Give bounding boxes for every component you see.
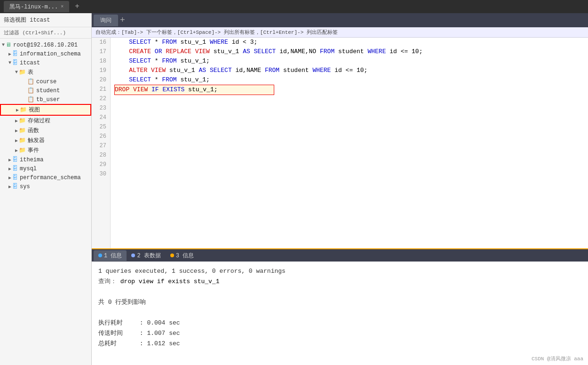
line-numbers: 161718192021222324252627282930 (92, 38, 111, 248)
db-icon: 🗄 (12, 156, 18, 163)
sidebar-item-views_folder[interactable]: ▶📁视图 (0, 104, 91, 116)
result-rows: 共 0 行受到影响 (98, 297, 581, 308)
result-tab-dot-tab2 (131, 254, 135, 257)
sidebar-item-label: itheima (20, 157, 43, 163)
server-icon: 🖥 (6, 41, 11, 48)
line-number-22: 22 (95, 94, 106, 103)
expand-icon: ▶ (15, 138, 18, 143)
result-tab-tab1[interactable]: 1 信息 (94, 250, 127, 261)
result-line-3 (98, 287, 581, 297)
result-line-1: 1 queries executed, 1 success, 0 errors,… (98, 266, 581, 277)
db-icon: 🗄 (12, 59, 18, 66)
view_folder-icon: 📁 (20, 106, 27, 113)
result-summary: 1 queries executed, 1 success, 0 errors,… (98, 268, 286, 275)
sidebar-item-label: 函数 (28, 127, 39, 135)
sidebar-item-mysql[interactable]: ▶🗄mysql (0, 164, 91, 173)
result-tab-tab3[interactable]: 3 信息 (166, 250, 199, 261)
new-query-tab-button[interactable]: + (120, 16, 125, 25)
line-number-23: 23 (95, 103, 106, 113)
sidebar-item-student[interactable]: 📋student (0, 86, 91, 95)
result-total-value: : 1.012 sec (140, 340, 180, 347)
code-line-19[interactable]: CREATE OR REPLACE VIEW stu_v_1 AS SELECT… (114, 47, 584, 56)
result-total-label: 总耗时 (98, 339, 136, 349)
line-number-29: 29 (95, 160, 106, 169)
line-number-27: 27 (95, 141, 106, 151)
result-tab-dot-tab3 (170, 254, 174, 257)
code-line-25[interactable]: SELECT * FROM stu_v_1; (114, 75, 584, 85)
sidebar-item-label: itcast (20, 60, 40, 66)
result-content: 1 queries executed, 1 success, 0 errors,… (92, 262, 588, 365)
new-window-button[interactable]: + (73, 2, 81, 11)
code-content[interactable]: SELECT * FROM stu_v_1 WHERE id < 3; CREA… (111, 38, 588, 248)
result-total-time: 总耗时 : 1.012 sec (98, 339, 581, 349)
sidebar-item-label: information_schema (20, 51, 81, 57)
main-layout: 筛选视图 itcast 过滤器 (Ctrl+Shif...) ▼🖥root@19… (0, 13, 588, 365)
folder-icon: 📁 (19, 127, 26, 134)
sidebar-tree: ▼🖥root@192.168.10.201▶🗄information_schem… (0, 39, 91, 365)
sidebar-item-course[interactable]: 📋course (0, 77, 91, 86)
code-editor[interactable]: 161718192021222324252627282930 SELECT * … (92, 38, 588, 248)
sidebar-item-itcast[interactable]: ▼🗄itcast (0, 58, 91, 67)
window-tab-label: 黑马-linux-m... (9, 3, 58, 11)
line-number-20: 20 (95, 75, 106, 85)
sidebar-item-label: root@192.168.10.201 (13, 42, 78, 48)
code-line-23[interactable]: ALTER VIEW stu_v_1 AS SELECT id,NAME FRO… (114, 66, 584, 75)
sidebar-item-tables_folder[interactable]: ▼📁表 (0, 67, 91, 77)
expand-icon: ▼ (8, 60, 11, 65)
result-tab-dot-tab1 (98, 254, 102, 257)
line-number-26: 26 (95, 132, 106, 141)
folder-icon: 📁 (19, 147, 26, 154)
sidebar-item-itheima[interactable]: ▶🗄itheima (0, 155, 91, 164)
folder-icon: 📁 (19, 117, 26, 124)
table-icon: 📋 (27, 78, 34, 85)
sidebar-item-events_folder[interactable]: ▶📁事件 (0, 145, 91, 155)
expand-icon: ▶ (15, 148, 18, 153)
sidebar-item-funcs_folder[interactable]: ▶📁函数 (0, 126, 91, 135)
result-exec-time: 执行耗时 : 0.004 sec (98, 318, 581, 328)
window-close-icon[interactable]: × (61, 4, 64, 9)
code-line-17[interactable]: SELECT * FROM stu_v_1 WHERE id < 3; (114, 38, 584, 47)
line-number-30: 30 (95, 169, 106, 179)
code-line-30[interactable]: DROP VIEW IF EXISTS stu_v_1; (114, 85, 584, 95)
line-number-18: 18 (95, 56, 106, 66)
db-icon: 🗄 (12, 183, 18, 190)
line-number-16: 16 (95, 38, 106, 47)
expand-icon: ▶ (8, 157, 11, 163)
sidebar-item-label: 触发器 (28, 136, 45, 144)
expand-icon: ▶ (16, 107, 19, 113)
line-number-25: 25 (95, 122, 106, 132)
result-tab-label-tab2: 2 表数据 (137, 252, 160, 260)
result-query-label: 查询： (98, 278, 117, 285)
db-icon: 🗄 (12, 165, 18, 172)
expand-icon: ▶ (15, 128, 18, 134)
result-tab-bar: 1 信息2 表数据3 信息 (92, 248, 588, 262)
line-number-19: 19 (95, 66, 106, 75)
sidebar-item-label: student (36, 87, 60, 94)
query-tab-bar: 询问 + (92, 13, 588, 27)
result-line-2: 查询： drop view if exists stu_v_1 (98, 277, 581, 287)
sidebar-item-root[interactable]: ▼🖥root@192.168.10.201 (0, 40, 91, 49)
expand-icon: ▶ (8, 166, 11, 172)
sidebar-item-label: performance_schema (20, 175, 81, 181)
sidebar-item-sys[interactable]: ▶🗄sys (0, 182, 91, 191)
sidebar-item-triggers_folder[interactable]: ▶📁触发器 (0, 135, 91, 145)
sidebar-item-label: mysql (20, 166, 37, 172)
sidebar-filter-input[interactable]: 过滤器 (Ctrl+Shif...) (0, 27, 91, 39)
sidebar-item-info_schema[interactable]: ▶🗄information_schema (0, 49, 91, 58)
right-panel: 询问 + 自动完成：[Tab]-> 下一个标签，[Ctrl+Space]-> 列… (92, 13, 588, 365)
sidebar-item-tb_user[interactable]: 📋tb_user (0, 95, 91, 104)
sidebar-item-label: tb_user (36, 96, 60, 103)
sidebar-item-perf_schema[interactable]: ▶🗄performance_schema (0, 173, 91, 182)
expand-icon: ▼ (15, 70, 18, 75)
query-tab-main[interactable]: 询问 (94, 15, 118, 26)
window-tab[interactable]: 黑马-linux-m... × (4, 1, 69, 12)
sidebar-item-procs_folder[interactable]: ▶📁存储过程 (0, 116, 91, 126)
folder-icon: 📁 (19, 69, 26, 76)
table-icon: 📋 (27, 96, 34, 103)
result-tab-tab2[interactable]: 2 表数据 (127, 250, 165, 261)
top-bar: 黑马-linux-m... × + (0, 0, 588, 13)
db-icon: 🗄 (12, 50, 18, 57)
watermark: CSDN @清风微凉 aaa (532, 355, 583, 362)
code-line-21[interactable]: SELECT * FROM stu_v_1; (114, 56, 584, 66)
result-exec-label: 执行耗时 (98, 318, 136, 328)
